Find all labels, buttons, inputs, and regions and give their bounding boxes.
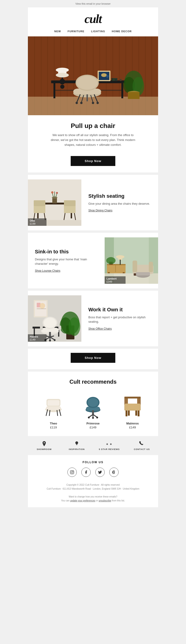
shop-now-button-2[interactable]: Shop Now [71,353,115,363]
svg-rect-139 [46,406,61,410]
shop-now-button-1[interactable]: Shop Now [71,156,115,166]
theo-name: Theo [36,422,71,425]
location-icon [41,441,47,447]
svg-rect-64 [34,200,45,206]
feature-row-office: Haines £149 Work it Own it Boss that rep… [28,291,158,346]
svg-rect-125 [58,326,61,330]
svg-rect-162 [138,410,139,416]
office-title: Work it Own it [88,307,151,313]
svg-point-37 [92,102,94,104]
showroom-item[interactable]: SHOWROOM [28,441,60,450]
office-content: Work it Own it Boss that report + get pr… [81,307,158,330]
office-desc: Boss that report + get productive on sty… [88,315,151,324]
svg-point-48 [101,73,107,77]
svg-rect-164 [135,410,137,416]
svg-point-29 [77,76,98,90]
logo[interactable]: cult [28,12,158,26]
theo-image [37,390,70,420]
primrose-name: Primrose [75,422,111,425]
footer-icons-row: SHOWROOM INSPIRATION ✦ ✦ ✦ 5 STAR REVIEW… [28,436,158,455]
lightbulb-icon [74,441,80,447]
follow-title: FOLLOW US [28,461,158,464]
office-link[interactable]: Shop Office Chairs [88,327,112,330]
dining-link[interactable]: Shop Dining Chairs [88,209,112,212]
svg-text:✦ ✦ ✦: ✦ ✦ ✦ [106,442,113,446]
lounge-svg: Lambert £349 [105,238,158,284]
nav-home-decor[interactable]: HOME DECOR [112,30,132,33]
dining-image: Otto £199 [28,180,81,226]
malmros-image [116,390,149,420]
svg-rect-24 [121,83,123,98]
svg-point-156 [92,417,94,419]
cta-button-1-wrap: Shop Now [28,152,158,172]
svg-rect-150 [92,410,94,414]
dining-title: Stylish seating [88,193,151,199]
dining-svg: Otto £199 [28,180,81,226]
update-preferences-link[interactable]: update your preferences [70,499,95,502]
hero-svg [28,36,158,115]
feature-row-lounge: Lambert £349 Sink-in to this Designs tha… [28,233,158,288]
twitter-button[interactable] [95,468,105,477]
svg-rect-23 [53,83,55,98]
svg-point-44 [56,73,69,78]
inspiration-label: INSPIRATION [69,448,85,450]
divider-4 [28,346,158,349]
svg-rect-57 [120,79,122,81]
svg-rect-51 [112,78,112,81]
svg-rect-165 [125,404,140,410]
svg-rect-160 [124,397,141,398]
lounge-image: Lambert £349 [105,238,158,284]
svg-point-134 [49,340,51,342]
reviews-item[interactable]: ✦ ✦ ✦ 5 STAR REVIEWS [93,441,126,450]
svg-rect-87 [107,264,126,273]
svg-point-76 [51,191,53,194]
malmros-name: Malmros [115,422,150,425]
svg-rect-163 [128,410,130,416]
recommends-heading: Cult recommends [33,378,153,385]
follow-section: FOLLOW US [28,455,158,480]
address-text: Cult Furniture · 611-813 Wandsworth Road… [47,488,139,490]
lounge-content: Sink-in to this Designs that give your h… [28,249,105,272]
lounge-link[interactable]: Shop Lounge Chairs [35,269,60,272]
change-line: Want to change how you receive these ema… [69,496,117,498]
main-body: We want to show off all our stylish seat… [49,133,137,147]
product-card-malmros: Malmros £149 [115,390,150,429]
svg-point-35 [97,102,99,104]
footer-text: Copyright © 2022 Cult Furniture · All ri… [28,480,158,507]
divider-1 [28,172,158,175]
svg-rect-58 [115,79,117,81]
unsubscribe-link[interactable]: unsubscribe [99,499,111,502]
copyright-text: Copyright © 2022 Cult Furniture · All ri… [66,484,120,486]
svg-point-34 [75,102,78,104]
svg-rect-21 [28,97,158,115]
svg-rect-161 [126,410,127,416]
primrose-image [77,390,109,420]
email-wrapper: View this email in your browser cult NEW… [0,0,186,507]
product-card-theo: Theo £119 [36,390,71,429]
facebook-button[interactable] [81,468,91,477]
inspiration-item[interactable]: INSPIRATION [60,441,93,450]
instagram-button[interactable] [67,468,77,477]
product-grid: Theo £119 [33,390,153,429]
svg-rect-141 [47,400,59,406]
svg-rect-91 [123,272,125,273]
nav-lighting[interactable]: LIGHTING [91,30,105,33]
contact-item[interactable]: CONTACT US [126,441,158,450]
svg-point-168 [71,472,73,474]
svg-rect-99 [149,262,153,272]
svg-rect-68 [64,200,75,206]
svg-rect-89 [115,265,116,272]
svg-text:£149: £149 [30,338,35,341]
svg-text:Lambert: Lambert [107,277,117,280]
nav-bar: NEW FURNITURE LIGHTING HOME DECOR [28,28,158,36]
lounge-desc: Designs that give your home that 'main c… [35,257,98,266]
nav-furniture[interactable]: FURNITURE [68,30,85,33]
pinterest-button[interactable] [109,468,119,477]
svg-point-36 [80,102,82,104]
nav-new[interactable]: NEW [54,30,61,33]
svg-rect-63 [34,205,45,213]
main-heading: Pull up a chair [37,122,149,130]
from-text: from this list. [112,499,125,502]
svg-point-96 [106,257,116,264]
email-body: cult NEW FURNITURE LIGHTING HOME DECOR [28,8,158,507]
